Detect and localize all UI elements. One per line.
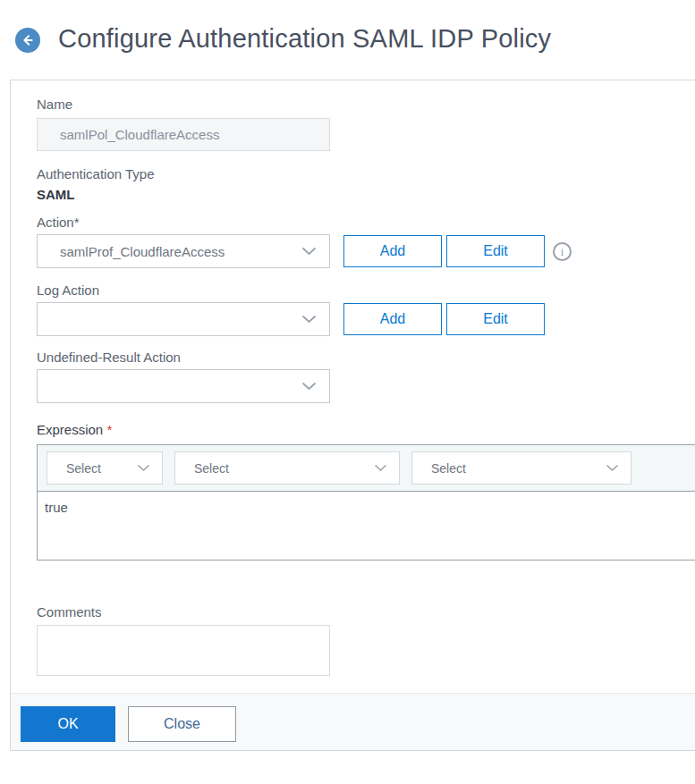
- expression-required-marker: *: [106, 422, 112, 437]
- chevron-down-icon: [301, 382, 317, 391]
- chevron-down-icon: [301, 315, 317, 324]
- chevron-down-icon: [137, 464, 150, 472]
- ok-button[interactable]: OK: [21, 706, 115, 742]
- chevron-down-icon: [374, 464, 387, 472]
- comments-input[interactable]: [37, 625, 330, 676]
- expression-input[interactable]: true: [38, 492, 695, 560]
- name-label: Name: [37, 97, 72, 112]
- chevron-down-icon: [606, 464, 619, 472]
- chevron-down-icon: [301, 247, 317, 256]
- action-label: Action*: [37, 215, 80, 230]
- expression-select-1[interactable]: Select: [47, 451, 163, 485]
- expression-select-3[interactable]: Select: [411, 451, 631, 485]
- log-action-label: Log Action: [37, 282, 99, 298]
- action-edit-button[interactable]: Edit: [446, 235, 545, 267]
- expression-toolbar: Select Select Select: [38, 445, 695, 492]
- form-panel: Name Authentication Type SAML Action* sa…: [10, 80, 695, 751]
- action-dropdown-value: samlProf_CloudflareAccess: [60, 244, 225, 259]
- name-input[interactable]: [37, 118, 330, 151]
- log-action-edit-button[interactable]: Edit: [446, 303, 545, 335]
- arrow-left-icon: [21, 33, 35, 47]
- log-action-add-button[interactable]: Add: [343, 303, 442, 335]
- close-button[interactable]: Close: [128, 706, 236, 742]
- action-add-button[interactable]: Add: [343, 235, 442, 267]
- back-button[interactable]: [15, 28, 40, 53]
- auth-type-label: Authentication Type: [37, 166, 154, 181]
- footer-bar: OK Close: [11, 693, 695, 751]
- action-required-marker: *: [74, 215, 80, 230]
- expression-editor: Select Select Select true: [37, 444, 695, 561]
- expression-select-2[interactable]: Select: [174, 451, 400, 485]
- log-action-dropdown[interactable]: [37, 302, 330, 336]
- page-header: Configure Authentication SAML IDP Policy: [0, 0, 695, 80]
- info-icon[interactable]: i: [553, 242, 572, 261]
- action-dropdown[interactable]: samlProf_CloudflareAccess: [37, 234, 330, 268]
- auth-type-value: SAML: [37, 187, 75, 202]
- undefined-result-action-label: Undefined-Result Action: [37, 350, 181, 365]
- comments-label: Comments: [37, 604, 102, 620]
- undefined-result-action-dropdown[interactable]: [37, 369, 330, 403]
- expression-label: Expression *: [37, 422, 112, 437]
- page-title: Configure Authentication SAML IDP Policy: [58, 24, 551, 54]
